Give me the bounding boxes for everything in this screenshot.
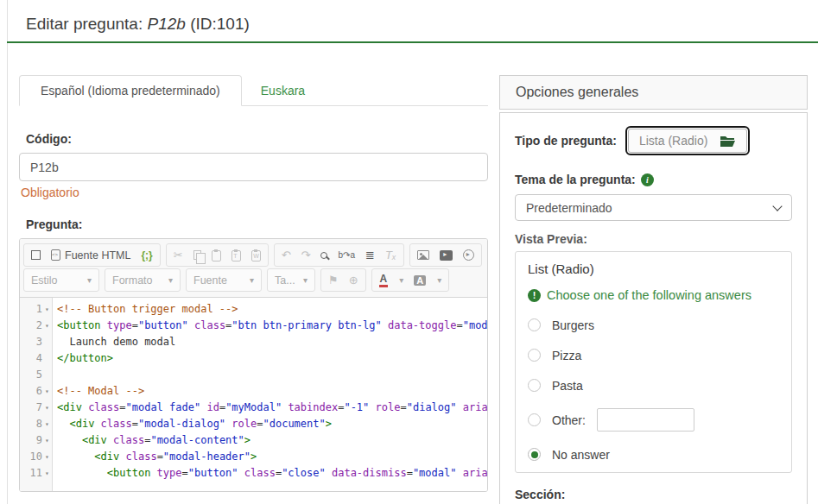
required-note: Obligatorio	[21, 186, 488, 199]
page-title-question-code: P12b	[147, 15, 185, 33]
radio-selected[interactable]	[528, 448, 541, 461]
radio-unselected[interactable]	[528, 413, 541, 426]
editor-toolbar: Fuente HTML {;} ✂ ↶ ↷ b↷a	[20, 239, 487, 298]
page-title-id: (ID:101)	[186, 15, 250, 33]
image-icon	[417, 250, 429, 260]
fold-caret-icon[interactable]: ▾	[42, 383, 52, 400]
bg-color-icon: A	[414, 275, 426, 286]
line-number: 2▾	[20, 318, 52, 334]
source-icon	[51, 249, 60, 261]
paste-text-icon	[231, 250, 241, 261]
chevron-down-icon: ▾	[437, 275, 441, 285]
code-line: Launch demo modal	[57, 334, 487, 350]
radio-unselected[interactable]	[528, 349, 541, 362]
fold-caret-icon[interactable]: ▾	[42, 400, 52, 416]
line-number: 3	[20, 334, 52, 350]
other-text-input[interactable]	[597, 408, 694, 432]
line-number: 4	[20, 350, 52, 367]
flash-button[interactable]	[434, 245, 458, 265]
copy-button	[188, 245, 206, 265]
bg-color-button[interactable]: A▾	[409, 270, 447, 290]
line-number: 8▾	[20, 416, 52, 432]
fold-caret-icon[interactable]: ▾	[42, 432, 52, 449]
globe-icon: ⊕	[349, 274, 358, 286]
source-button[interactable]: Fuente HTML	[46, 245, 136, 265]
code-line: </button>	[57, 350, 487, 367]
preview-option-row: Pasta	[528, 378, 779, 393]
code-line: <button type="button" class="close" data…	[57, 465, 487, 482]
replace-button[interactable]: b↷a	[333, 245, 360, 265]
radio-unselected[interactable]	[528, 318, 541, 331]
line-number: 10▾	[20, 449, 52, 465]
code-line: <div class="modal-header">	[57, 449, 487, 465]
question-theme-select[interactable]: Predeterminado	[515, 194, 792, 221]
font-dropdown[interactable]: Fuente▾	[186, 268, 262, 292]
remove-format-icon: Tₓ	[385, 249, 396, 261]
tab-euskara[interactable]: Euskara	[242, 76, 324, 105]
line-number: 5	[20, 367, 52, 383]
code-line: <div class="modal-content">	[57, 432, 487, 449]
size-dropdown[interactable]: Ta...▾	[267, 268, 315, 292]
paste-word-icon	[251, 250, 261, 261]
text-color-icon: A	[379, 273, 389, 287]
chevron-down-icon: ▾	[168, 275, 173, 285]
code-field-label: Código:	[26, 132, 488, 146]
question-type-value: Lista (Radio)	[639, 134, 707, 148]
folder-open-icon	[720, 135, 736, 148]
question-theme-value: Predeterminado	[526, 201, 612, 215]
question-type-label: Tipo de pregunta:	[515, 134, 617, 148]
format-dropdown[interactable]: Formato▾	[105, 268, 181, 292]
text-color-button[interactable]: A▾	[374, 270, 409, 290]
question-type-button[interactable]: Lista (Radio)	[625, 126, 750, 155]
preview-options: BurgersPizzaPastaOther:No answer	[528, 318, 779, 462]
select-all-button[interactable]: ≣	[360, 245, 380, 265]
line-number: 1▾	[20, 301, 52, 318]
select-all-icon: ≣	[365, 249, 375, 261]
fold-caret-icon[interactable]: ▾	[42, 416, 52, 432]
general-options-header: Opciones generales	[499, 75, 808, 110]
find-icon	[320, 252, 327, 259]
source-code-lines: <!-- Button trigger modal --><button typ…	[53, 298, 487, 491]
page-left-border	[7, 0, 8, 504]
line-number: 11▾	[20, 465, 52, 482]
source-button-label: Fuente HTML	[65, 249, 130, 261]
code-line: <!-- Modal -->	[57, 383, 487, 400]
style-dropdown[interactable]: Estilo▾	[23, 268, 99, 292]
size-dropdown-label: Ta...	[275, 274, 295, 287]
templates-button[interactable]: {;}	[136, 245, 157, 265]
style-dropdown-label: Estilo	[31, 274, 58, 287]
info-icon[interactable]: i	[641, 173, 654, 186]
code-input[interactable]: P12b	[19, 153, 488, 181]
find-button[interactable]	[315, 245, 333, 265]
line-number-gutter: 1▾2▾3456▾7▾8▾9▾10▾11▾	[20, 298, 53, 491]
preview-option-row: Other:	[528, 408, 779, 432]
page-title: Editar pregunta: P12b (ID:101)	[26, 15, 250, 34]
fold-caret-icon[interactable]: ▾	[42, 449, 52, 465]
chevron-down-icon: ▾	[303, 275, 308, 285]
radio-unselected[interactable]	[528, 379, 541, 392]
redo-button: ↷	[296, 245, 316, 265]
preview-title: List (Radio)	[528, 261, 779, 276]
section-label: Sección:	[515, 488, 792, 501]
paste-button	[206, 245, 226, 265]
preview-option-label: Burgers	[552, 318, 594, 332]
copy-icon	[193, 250, 201, 260]
fold-caret-icon[interactable]: ▾	[42, 301, 52, 318]
tab-spanish[interactable]: Español (Idioma predeterminado)	[19, 75, 242, 106]
chevron-down-icon: ▾	[399, 275, 403, 285]
source-code-editor[interactable]: 1▾2▾3456▾7▾8▾9▾10▾11▾ <!-- Button trigge…	[20, 298, 487, 491]
preview-option-label: No answer	[552, 448, 610, 462]
code-line: <div class="modal-dialog" role="document…	[57, 416, 487, 432]
redo-icon: ↷	[301, 249, 311, 261]
image-button[interactable]	[412, 245, 434, 265]
fold-caret-icon[interactable]: ▾	[42, 465, 52, 482]
line-number: 7▾	[20, 400, 52, 416]
fold-caret-icon[interactable]: ▾	[42, 318, 52, 334]
replace-icon: b↷a	[338, 250, 355, 260]
media-button[interactable]	[458, 245, 479, 265]
question-field-label: Pregunta:	[26, 217, 488, 231]
undo-icon: ↶	[282, 249, 291, 261]
preview-option-row: No answer	[528, 447, 779, 462]
code-line	[57, 367, 487, 383]
maximize-button[interactable]	[26, 245, 46, 265]
